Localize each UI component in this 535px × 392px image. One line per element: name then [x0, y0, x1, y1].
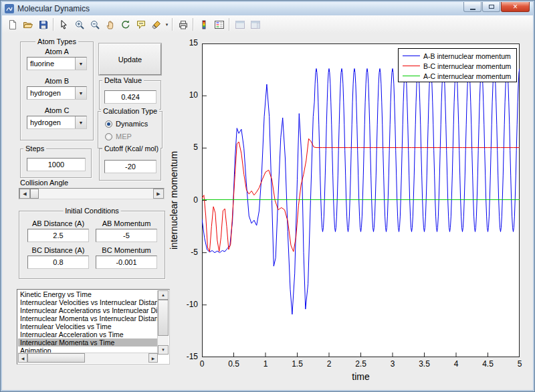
legend-entry-label: A-B internuclear momentum — [423, 52, 511, 60]
ab-distance-label: AB Distance (A) — [26, 219, 90, 227]
list-item[interactable]: Internulear Velocities vs Time — [18, 322, 158, 330]
listbox-items: Kinetic Energy vs TimeInternuclear Veloc… — [18, 290, 158, 355]
listbox-horizontal-scrollbar[interactable]: ◀ ▶ — [18, 353, 158, 363]
plot-area[interactable] — [202, 43, 520, 357]
legend-entry: A-B internuclear momentum — [399, 51, 516, 61]
bc-momentum-field[interactable] — [96, 256, 157, 269]
list-item[interactable]: Internuclear Accelerations vs Internucle… — [18, 306, 158, 314]
dropdown-arrow-icon[interactable]: ▼ — [75, 87, 86, 99]
arrow-left-icon: ◀ — [21, 356, 25, 361]
zoom-out-button[interactable] — [87, 17, 102, 32]
toolbar-separator — [229, 18, 230, 31]
slider-right-arrow[interactable]: ▶ — [153, 189, 164, 199]
list-item[interactable]: Internuclear Momenta vs Time — [18, 338, 158, 347]
atom-b-label: Atom B — [21, 77, 93, 85]
maximize-button[interactable] — [482, 2, 500, 12]
list-item[interactable]: Internuclear Momenta vs Internuclear Dis… — [18, 314, 158, 322]
atom-c-dropdown[interactable]: hydrogen ▼ — [27, 116, 87, 129]
insert-colorbar-button[interactable] — [196, 17, 211, 32]
radio-mep[interactable]: MEP — [105, 132, 132, 140]
radio-dynamics[interactable]: Dynamics — [105, 120, 148, 128]
listbox-vertical-scrollbar[interactable]: ▲ ▼ — [157, 290, 169, 355]
bc-distance-field[interactable] — [27, 256, 89, 269]
cutoff-panel: Cutoff (Kcal/ mol) — [99, 149, 161, 181]
legend-entry-label: A-C internuclear momentum — [423, 72, 511, 80]
list-item[interactable]: Internuclear Acceleration vs Time — [18, 330, 158, 338]
legend-line-sample — [403, 76, 420, 76]
arrow-left-icon: ◀ — [23, 191, 26, 197]
bc-momentum-label: BC Momentum — [94, 246, 158, 254]
legend-line-sample — [403, 66, 420, 66]
figure-toolbar: ▾ — [2, 15, 533, 34]
steps-field[interactable] — [27, 158, 86, 171]
close-icon: × — [513, 3, 518, 11]
data-cursor-button[interactable] — [133, 17, 148, 32]
dropdown-arrow-icon[interactable]: ▼ — [75, 116, 86, 128]
ab-momentum-field[interactable] — [96, 229, 157, 242]
window-controls: × — [463, 2, 530, 12]
x-tick-label: 1.5 — [284, 359, 311, 369]
title-bar[interactable]: Molecular Dynamics × — [2, 2, 533, 16]
y-tick-label: 15 — [171, 38, 198, 47]
radio-icon — [105, 133, 112, 140]
new-figure-button[interactable] — [5, 17, 20, 32]
pan-button[interactable] — [102, 17, 118, 32]
collision-angle-label: Collision Angle — [20, 179, 68, 187]
toolbar-separator — [53, 18, 54, 31]
toolbar-separator — [193, 18, 194, 31]
radio-mep-label: MEP — [116, 132, 132, 140]
atom-b-value: hydrogen — [27, 87, 75, 99]
insert-legend-button[interactable] — [211, 17, 227, 32]
list-item[interactable]: Internuclear Velocities vs Internuclear … — [18, 298, 158, 306]
chevron-down-icon: ▾ — [166, 22, 169, 27]
scroll-down-button[interactable]: ▼ — [158, 345, 169, 355]
arrow-right-icon: ▶ — [156, 191, 160, 197]
hscroll-thumb[interactable] — [27, 353, 85, 363]
collision-angle-slider[interactable]: ◀ ▶ — [19, 188, 165, 199]
zoom-in-button[interactable] — [72, 17, 87, 32]
brush-dropdown-button[interactable]: ▾ — [164, 17, 170, 32]
minimize-button[interactable] — [463, 2, 481, 12]
rotate-3d-icon — [120, 19, 131, 30]
rotate-3d-button[interactable] — [118, 17, 133, 32]
scroll-right-button[interactable]: ▶ — [148, 353, 158, 363]
atom-b-dropdown[interactable]: hydrogen ▼ — [27, 86, 87, 100]
dropdown-arrow-icon[interactable]: ▼ — [75, 58, 86, 70]
print-figure-button[interactable] — [175, 17, 191, 32]
plot-legend[interactable]: A-B internuclear momentumB-C internuclea… — [398, 48, 517, 82]
zoom-out-icon — [90, 19, 100, 30]
radio-dynamics-label: Dynamics — [116, 120, 148, 128]
atom-a-dropdown[interactable]: fluorine ▼ — [27, 57, 87, 70]
open-file-button[interactable] — [20, 17, 35, 32]
show-plot-tools-button[interactable] — [247, 17, 263, 32]
scroll-up-button[interactable]: ▲ — [158, 290, 169, 300]
cutoff-field[interactable] — [104, 160, 156, 173]
delta-value-field[interactable] — [104, 90, 156, 104]
edit-plot-button[interactable] — [56, 17, 72, 32]
plot-type-listbox[interactable]: Kinetic Energy vs TimeInternuclear Veloc… — [17, 289, 170, 365]
legend-entry: A-C internuclear momentum — [399, 71, 516, 81]
brush-icon — [151, 19, 162, 30]
vscroll-thumb[interactable] — [158, 300, 169, 336]
bc-distance-label: BC Distance (A) — [26, 246, 90, 254]
calculation-type-title: Calculation Type — [101, 107, 159, 115]
save-figure-button[interactable] — [35, 17, 51, 32]
ab-distance-field[interactable] — [27, 229, 89, 242]
brush-button[interactable] — [148, 17, 164, 32]
list-item[interactable]: Kinetic Energy vs Time — [18, 290, 158, 298]
x-tick-label: 4 — [443, 359, 469, 369]
y-tick-label: 0 — [171, 195, 198, 205]
arrow-right-icon: ▶ — [152, 356, 155, 361]
atom-c-value: hydrogen — [27, 116, 75, 128]
zoom-in-icon — [74, 19, 85, 30]
hide-plot-tools-button[interactable] — [232, 17, 247, 32]
slider-left-arrow[interactable]: ◀ — [19, 189, 30, 199]
x-tick-label: 2.5 — [348, 359, 374, 369]
update-button[interactable]: Update — [99, 43, 161, 75]
show-plot-tools-icon — [250, 19, 261, 30]
slider-thumb[interactable] — [30, 189, 39, 199]
scroll-left-button[interactable]: ◀ — [18, 353, 27, 363]
atom-types-title: Atom Types — [35, 37, 78, 45]
y-tick-label: 10 — [171, 90, 198, 100]
close-button[interactable]: × — [501, 2, 530, 12]
